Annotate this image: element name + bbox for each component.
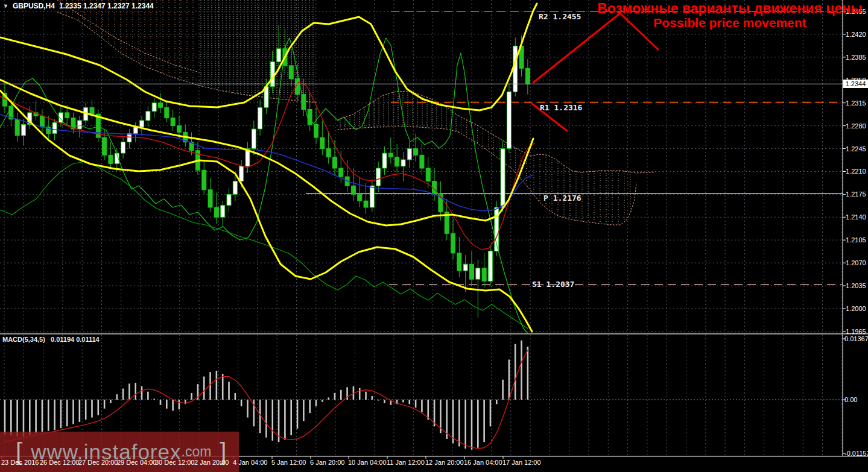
price-tick-label: 1.2105 xyxy=(846,236,866,244)
overlay-layer xyxy=(0,0,868,459)
time-tick-label: 12 Jan 20:00 xyxy=(425,459,464,466)
ohlc-values: 1.2335 1.2347 1.2327 1.2344 xyxy=(59,2,154,10)
macd-indicator-label: MACD(5,34,5) 0.01194 0.01114 xyxy=(2,336,103,343)
time-tick-label: 16 Jan 04:00 xyxy=(464,459,502,466)
time-tick-label: 23 Dec 2016 xyxy=(1,459,39,466)
time-tick-label: 30 Dec 12:00 xyxy=(155,459,194,466)
price-tick-label: 1.2385 xyxy=(846,54,866,61)
pivot-level-label: R2 1.2455 xyxy=(539,12,581,21)
macd-tick-label: 0.01367 xyxy=(844,335,868,342)
time-tick-label: 10 Jan 04:00 xyxy=(348,459,387,466)
price-tick-label: 1.2315 xyxy=(846,99,866,107)
pivot-level-label: S1 1.2037 xyxy=(532,280,574,289)
price-movement-annotation: Возможные варианты движения цены Possibl… xyxy=(594,1,866,30)
price-tick-label: 1.2420 xyxy=(846,31,866,38)
price-tick-label: 1.2070 xyxy=(846,259,866,266)
price-tick-label: 1.2035 xyxy=(846,282,866,289)
main-panel[interactable] xyxy=(0,0,843,333)
time-tick-label: 5 Jan 12:00 xyxy=(271,459,306,466)
price-tick-label: 1.2210 xyxy=(846,168,866,175)
symbol-dropdown-icon[interactable]: ▼ xyxy=(3,3,8,9)
time-tick-label: 11 Jan 12:00 xyxy=(387,459,425,466)
time-tick-label: 29 Dec 04:00 xyxy=(117,459,156,466)
time-tick-label: 6 Jan 20:00 xyxy=(310,459,345,466)
macd-tick-label: 0.00 xyxy=(844,396,857,403)
annotation-text-ru: Возможные варианты движения цены xyxy=(594,1,866,16)
watermark-domain-suffix: .com xyxy=(182,444,212,460)
current-price-tag: 1.2344 xyxy=(843,80,868,88)
time-tick-label: 2 Jan 20:00 xyxy=(194,459,229,466)
price-tick-label: 1.2245 xyxy=(846,145,866,153)
price-tick-label: 1.2280 xyxy=(846,122,866,130)
time-tick-label: 4 Jan 04:00 xyxy=(233,459,268,466)
annotation-text-en: Possible price movement xyxy=(594,16,866,30)
macd-name: MACD(5,34,5) xyxy=(2,336,45,343)
time-tick-label: 26 Dec 12:00 xyxy=(40,459,79,466)
macd-tick-label: -0.01153 xyxy=(844,450,868,457)
time-tick-label: 17 Jan 12:00 xyxy=(502,459,541,466)
mt4-chart-window[interactable]: ▼ GBPUSD,H4 1.2335 1.2347 1.2327 1.2344 … xyxy=(0,0,868,472)
price-tick-label: 1.1965 xyxy=(846,328,866,335)
chart-title: ▼ GBPUSD,H4 1.2335 1.2347 1.2327 1.2344 xyxy=(3,2,154,10)
chart-canvas[interactable] xyxy=(0,0,868,472)
price-tick-label: 1.2175 xyxy=(846,190,866,198)
price-tick-label: 1.2000 xyxy=(846,305,866,312)
pivot-level-label: R1 1.2316 xyxy=(540,103,582,112)
time-tick-label: 27 Dec 20:00 xyxy=(78,459,118,466)
symbol-timeframe-label: GBPUSD,H4 xyxy=(13,2,55,10)
macd-values: 0.01194 0.01114 xyxy=(51,336,100,343)
price-tick-label: 1.2140 xyxy=(846,213,866,221)
pivot-level-label: P 1.2176 xyxy=(543,194,581,203)
